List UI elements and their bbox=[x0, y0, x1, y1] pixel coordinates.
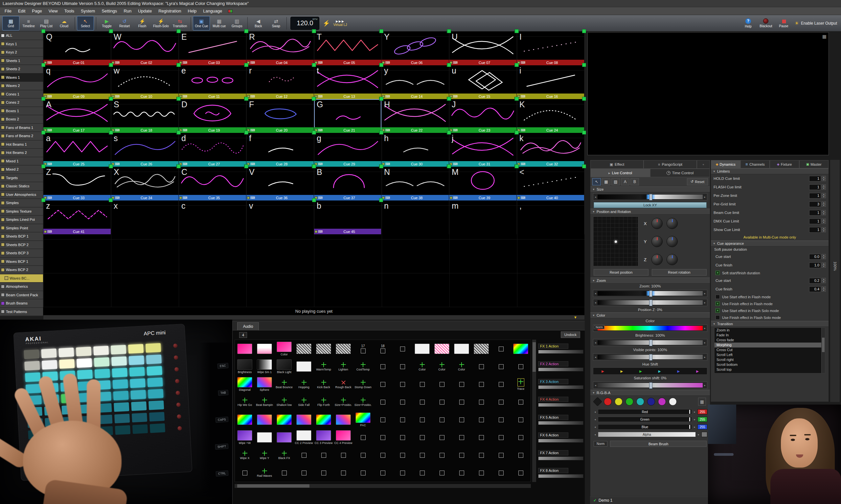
limiter-show-cue-limit-spinner[interactable]: ▲▼ bbox=[822, 227, 826, 232]
cue-cell-cue-32[interactable]: k⌨Cue 32 bbox=[517, 133, 584, 167]
fx-cell[interactable] bbox=[471, 446, 491, 464]
fx-crosshair-icon[interactable] bbox=[262, 451, 267, 456]
fx-cell[interactable]: Color bbox=[412, 358, 432, 375]
fx-checkbox[interactable] bbox=[400, 382, 405, 387]
fx-cell[interactable] bbox=[373, 358, 393, 375]
sidebar-item-atmospherics[interactable]: Atmospherics bbox=[0, 283, 43, 291]
fx-crosshair-icon[interactable] bbox=[282, 380, 287, 385]
fx-cell[interactable] bbox=[511, 358, 531, 375]
fx-checkbox[interactable] bbox=[499, 364, 504, 369]
slider-right-arrow-icon[interactable]: ▸ bbox=[697, 433, 701, 436]
slider-left-arrow-icon[interactable]: ◂ bbox=[593, 196, 598, 199]
rotation-knob-x-1[interactable] bbox=[651, 218, 663, 229]
fx-thumbnail[interactable] bbox=[316, 430, 331, 441]
fx-cell[interactable] bbox=[491, 375, 511, 393]
cue-bar[interactable]: ⌨Cue 32 bbox=[517, 161, 584, 167]
tab-time-control[interactable]: Time Control bbox=[650, 169, 710, 177]
fx-cell[interactable]: PAC bbox=[353, 411, 373, 429]
fx-cell[interactable]: WarmTemp bbox=[314, 358, 333, 375]
selection-handle-icon[interactable] bbox=[312, 164, 316, 168]
alpha-track[interactable]: Alpha bbox=[598, 432, 696, 437]
limiter-hold-cue-limit-value[interactable]: 1 bbox=[809, 176, 821, 181]
sidebar-item-beam-content-pack[interactable]: Beam Content Pack bbox=[0, 291, 43, 300]
fx-cell[interactable] bbox=[314, 340, 333, 358]
sidebar-item-simples-lined-poi[interactable]: Simples Lined Poi bbox=[0, 216, 43, 224]
palette-color-7[interactable] bbox=[658, 398, 666, 406]
norm-button[interactable]: Norm bbox=[594, 441, 607, 447]
playlist-button[interactable]: ▤Play List bbox=[38, 16, 55, 31]
fx-cell[interactable] bbox=[393, 358, 412, 375]
rotation-knob-z-2[interactable] bbox=[667, 254, 678, 265]
selection-handle-icon[interactable] bbox=[41, 198, 45, 202]
section-position-rotation[interactable]: ▼Position and Rotation bbox=[590, 209, 710, 215]
cue-cell-cue-31[interactable]: j⌨Cue 31 bbox=[449, 133, 517, 167]
cue-cell-cue-22[interactable]: H⌨Cue 22 bbox=[381, 99, 449, 133]
transition-item-scroll-right[interactable]: Scroll right bbox=[715, 357, 825, 362]
flash-button[interactable]: ⚡Flash bbox=[134, 16, 151, 31]
fx-checkbox[interactable] bbox=[361, 435, 366, 440]
tab-channels[interactable]: ≣Channels bbox=[740, 160, 770, 168]
tab-fixture[interactable]: ◈Fixture bbox=[770, 160, 799, 168]
fx-cell[interactable]: Hopping bbox=[294, 375, 314, 393]
fx-cell[interactable] bbox=[373, 446, 393, 464]
fx-checkbox[interactable] bbox=[459, 453, 464, 458]
green-track[interactable]: Green bbox=[598, 417, 692, 422]
fx-action-slider[interactable] bbox=[538, 421, 583, 425]
fx-thumbnail[interactable] bbox=[316, 414, 331, 425]
palette-color-2[interactable] bbox=[604, 398, 612, 406]
toggle-button[interactable]: ▶Toggle bbox=[98, 16, 115, 31]
selection-handle-icon[interactable] bbox=[515, 131, 519, 134]
cue-cell-cue-26[interactable]: s⌨Cue 26 bbox=[111, 133, 179, 167]
fx-checkbox[interactable] bbox=[499, 470, 504, 475]
sidebar-item-keys-2[interactable]: Keys 2 bbox=[0, 48, 43, 57]
flag-row-2[interactable]: ×Use Finish effect in Flash mode bbox=[711, 300, 828, 307]
cue-cell-cue-38[interactable]: N⌨Cue 38 bbox=[381, 167, 449, 200]
fx-checkbox[interactable] bbox=[321, 453, 326, 458]
fx-checkbox[interactable] bbox=[420, 417, 425, 422]
cue-cell-empty[interactable]: m bbox=[449, 200, 517, 234]
selection-handle-icon[interactable] bbox=[379, 164, 383, 168]
fx-thumbnail[interactable] bbox=[277, 432, 292, 443]
fx-checkbox[interactable] bbox=[380, 400, 385, 404]
fx-checkbox[interactable] bbox=[479, 400, 484, 404]
limiter-flash-cue-limit-spinner[interactable]: ▲▼ bbox=[822, 184, 826, 190]
fx-cell[interactable]: Wipe +W bbox=[235, 429, 255, 446]
beam-brush-button[interactable]: Beam Brush bbox=[610, 441, 707, 447]
fx-cell[interactable] bbox=[333, 446, 353, 464]
cue-bar[interactable]: ⌨Cue 07 bbox=[449, 60, 516, 65]
undock-button[interactable]: Undock bbox=[561, 331, 580, 338]
soft-pause-cue-finish-spinner[interactable]: ▲▼ bbox=[822, 263, 826, 268]
fx-thumbnail[interactable] bbox=[454, 344, 469, 354]
cue-bar[interactable]: ⌨Cue 09 bbox=[44, 93, 111, 99]
fx-cell[interactable]: Black FX bbox=[274, 446, 294, 464]
fx-checkbox[interactable] bbox=[242, 470, 247, 475]
menu-tools[interactable]: Tools bbox=[61, 8, 78, 14]
fx-checkbox[interactable] bbox=[420, 382, 425, 387]
fx-cell[interactable]: Lighten bbox=[333, 358, 353, 375]
fx-cell[interactable]: Size+Positio. bbox=[353, 393, 373, 411]
fx-cell[interactable] bbox=[333, 464, 353, 482]
selection-handle-icon[interactable] bbox=[41, 164, 45, 168]
checkbox-icon[interactable]: × bbox=[716, 302, 720, 306]
cue-bar[interactable]: ⌨Cue 12 bbox=[246, 93, 314, 99]
sidebar-item-brush-beams[interactable]: Brush Beams bbox=[0, 299, 43, 308]
fx-cell[interactable] bbox=[452, 393, 471, 411]
reset-button[interactable]: ↺Reset bbox=[687, 178, 708, 185]
cue-bar[interactable]: ⌨Cue 01 bbox=[44, 60, 111, 65]
limiter-per-zone-limit-value[interactable]: 1 bbox=[809, 193, 821, 199]
fx-cell[interactable]: Color bbox=[274, 340, 294, 358]
selection-handle-icon[interactable] bbox=[109, 63, 113, 67]
fx-checkbox[interactable] bbox=[380, 435, 385, 440]
expand-arrow-icon[interactable]: ▼ bbox=[573, 315, 577, 319]
fx-checkbox[interactable] bbox=[420, 435, 425, 440]
cue-bar[interactable]: ⌨Cue 10 bbox=[111, 93, 178, 99]
checkbox-icon[interactable] bbox=[716, 295, 720, 299]
reset-position-button[interactable]: Reset position bbox=[594, 269, 649, 276]
fx-crosshair-icon[interactable] bbox=[321, 398, 326, 402]
cue-cell-cue-33[interactable]: Z⌨Cue 33 bbox=[44, 167, 111, 200]
selection-handle-icon[interactable] bbox=[244, 29, 248, 33]
cue-cell-cue-14[interactable]: y⌨Cue 14 bbox=[381, 65, 449, 99]
fx-cell[interactable]: Sphere bbox=[255, 375, 274, 393]
cue-bar[interactable]: ⌨Cue 45 bbox=[314, 229, 381, 234]
cue-bar[interactable]: ⌨Cue 05 bbox=[314, 60, 381, 65]
